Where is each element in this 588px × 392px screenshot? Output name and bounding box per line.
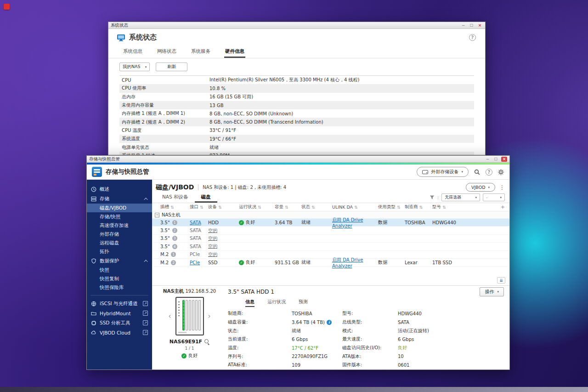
column-header-ulink-da[interactable]: ULINK DA⇅ — [332, 205, 378, 210]
zoom-icon[interactable] — [204, 339, 209, 344]
tab-nas-and-devices[interactable]: NAS 和设备 — [156, 194, 195, 203]
tab-system-info[interactable]: 系统信息 — [122, 45, 143, 58]
sidebar-item-vjbod-cloud[interactable]: VJBOD Cloud ↗ — [87, 328, 152, 337]
interface-link[interactable]: SATA — [190, 220, 201, 225]
nas-front-image[interactable] — [175, 297, 204, 335]
column-header-usage-type[interactable]: 使用类型⇅ — [378, 204, 405, 210]
sort-icon[interactable]: ⇅ — [170, 205, 174, 210]
empty-slot-link[interactable]: 空的 — [208, 235, 217, 242]
system-window-titlebar[interactable]: 系统状态 − □ × — [108, 22, 485, 29]
column-header-status[interactable]: 状态⇅ — [301, 204, 332, 210]
column-header-vendor[interactable]: 制造商⇅ — [405, 204, 432, 210]
sort-icon[interactable]: ⇅ — [397, 205, 401, 210]
column-header-device[interactable]: 设备⇅ — [208, 204, 239, 210]
sidebar-item-overview[interactable]: 概述 — [87, 184, 152, 194]
tab-system-service[interactable]: 系统服务 — [190, 45, 211, 58]
storage-window-title: 存储与快照总管 — [89, 156, 120, 162]
sidebar-item-iscsi-fc[interactable]: iSCSI 与光纤通道 ↗ — [87, 299, 152, 308]
sidebar-item-storage-snapshots[interactable]: 存储/快照 — [87, 212, 152, 221]
disks-tabs: NAS 和设备 磁盘 : 无筛选器 ▾ - ▾ — [152, 193, 509, 203]
sort-icon[interactable]: ⇅ — [218, 205, 222, 210]
settings-gear-icon[interactable] — [498, 169, 504, 176]
storage-window-titlebar[interactable]: 存储与快照总管 − □ × — [87, 156, 509, 163]
collapse-panel-icon[interactable]: ⇊ — [497, 277, 505, 284]
system-status-tabs: 系统信息 网络状态 系统服务 硬件信息 — [108, 45, 485, 58]
model: 1TB SSD — [432, 260, 505, 265]
column-header-capacity[interactable]: 容量⇅ — [275, 204, 301, 210]
filter-select[interactable]: 无筛选器 ▾ — [441, 193, 480, 201]
column-header-health[interactable]: 运行状况⇅ — [239, 204, 275, 210]
nas-host-group-row[interactable]: − NAS主机 — [152, 211, 509, 219]
disk-row-3[interactable]: 3.5"3 SATA 空的 — [152, 235, 509, 243]
sidebar-item-label: iSCSI 与光纤通道 — [100, 301, 138, 307]
interface-link[interactable]: PCIe — [190, 260, 200, 265]
sort-icon[interactable]: ⇅ — [258, 205, 261, 210]
minimize-icon[interactable]: − — [485, 157, 491, 162]
nas-health-label: 良好 — [188, 352, 198, 359]
sort-icon[interactable]: ⇅ — [311, 205, 315, 210]
sort-icon[interactable]: ⇅ — [354, 205, 358, 210]
disk-row-2[interactable]: 3.5"2 SATA 空的 — [152, 227, 509, 234]
sort-icon[interactable]: ⇅ — [200, 205, 204, 210]
vjbod-button[interactable]: VJBOD ▾ — [466, 183, 495, 192]
carousel-prev-icon[interactable]: ‹ — [169, 312, 171, 320]
empty-slot-link[interactable]: 空的 — [208, 227, 217, 234]
system-status-toolbar: 我的NAS ▾ 刷新 — [108, 58, 485, 74]
filter-funnel-icon[interactable] — [430, 195, 435, 200]
sidebar-item-snapshot-replica[interactable]: 快照复制 — [87, 274, 152, 283]
collapse-group-icon[interactable]: − — [155, 213, 159, 217]
action-button[interactable]: 操作 ▾ — [480, 287, 504, 296]
sort-icon[interactable]: ⇅ — [285, 205, 288, 210]
empty-slot-link[interactable]: 空的 — [208, 243, 217, 250]
sidebar-item-remote-disk[interactable]: 远程磁盘 — [87, 239, 152, 247]
info-icon[interactable]: i — [327, 320, 332, 325]
help-icon[interactable]: ? — [486, 169, 492, 176]
desktop-shortcut-icon[interactable] — [4, 4, 10, 10]
disk-row-1[interactable]: 3.5"1 SATA HDD ✓良好 3.64 TB 就绪 启用 DA Driv… — [152, 219, 509, 227]
maximize-icon[interactable]: □ — [493, 157, 499, 162]
column-header-model[interactable]: 型号⇅ — [432, 204, 501, 210]
table-row: 内存插槽 1 (频道 A，DIMM 1)8 GB, non-ECC, SO DI… — [119, 109, 474, 118]
maximize-icon[interactable]: □ — [469, 23, 475, 28]
column-header-interface[interactable]: 接口⇅ — [190, 204, 208, 210]
sidebar-item-storage[interactable]: 存储 — [87, 194, 152, 204]
close-icon[interactable]: × — [501, 157, 507, 162]
slot-label: 3.5" — [160, 236, 170, 241]
sidebar-item-data-protection[interactable]: 数据保护 — [87, 256, 152, 266]
minimize-icon[interactable]: − — [460, 23, 466, 28]
tab-health[interactable]: 运行状况 — [267, 299, 286, 307]
column-header-slot[interactable]: 插槽⇅ — [160, 204, 190, 210]
sidebar-item-topology[interactable]: 拓扑 — [87, 247, 152, 256]
carousel-next-icon[interactable]: › — [208, 312, 211, 320]
filter-secondary-select[interactable]: - ▾ — [483, 193, 505, 201]
sidebar-item-cache-acceleration[interactable]: 高速缓存加速 — [87, 221, 152, 230]
nas-select[interactable]: 我的NAS ▾ — [119, 62, 150, 71]
sidebar-item-hybridmount[interactable]: HybridMount ↗ — [87, 308, 152, 318]
tab-info[interactable]: 信息 — [245, 299, 254, 307]
refresh-button[interactable]: 刷新 — [156, 62, 187, 71]
slot-label: M.2 — [160, 260, 169, 265]
sort-icon[interactable]: ⇅ — [442, 205, 446, 210]
field-value: HDWG440 — [398, 311, 504, 316]
tab-network-status[interactable]: 网络状态 — [156, 45, 177, 58]
help-icon[interactable]: ? — [469, 34, 476, 41]
sidebar-item-snapshot[interactable]: 快照 — [87, 266, 152, 274]
ulink-da-link[interactable]: 启用 DA Drive Analyzer — [332, 257, 378, 268]
add-column-icon[interactable]: + — [501, 204, 505, 210]
search-tools-icon[interactable] — [474, 169, 481, 176]
tab-hardware-info[interactable]: 硬件信息 — [224, 45, 245, 58]
sidebar-item-snapshot-vault[interactable]: 快照保险库 — [87, 283, 152, 292]
disk-row-6[interactable]: M.22 PCIe SSD ✓良好 931.51 GB 就绪 启用 DA Dri… — [152, 259, 509, 267]
sidebar-item-disks-vjbod[interactable]: 磁盘/VJBOD — [87, 204, 152, 212]
sidebar-item-ssd-analysis-tool[interactable]: SSD 分析工具 ↗ — [87, 318, 152, 328]
empty-slot-link[interactable]: 空的 — [208, 251, 217, 258]
sidebar-item-external-storage[interactable]: 外部存储 — [87, 230, 152, 239]
tab-prediction[interactable]: 预测 — [299, 299, 308, 307]
tab-disks[interactable]: 磁盘 — [195, 194, 217, 203]
disk-row-5[interactable]: M.21 PCIe 空的 — [152, 251, 509, 259]
close-icon[interactable]: × — [477, 23, 483, 28]
external-storage-device-button[interactable]: 外部存储设备 ▾ — [417, 167, 469, 177]
disk-row-4[interactable]: 3.5"4 SATA 空的 — [152, 243, 509, 250]
kebab-menu-icon[interactable]: ⋮ — [499, 184, 505, 191]
sort-icon[interactable]: ⇅ — [419, 205, 423, 210]
